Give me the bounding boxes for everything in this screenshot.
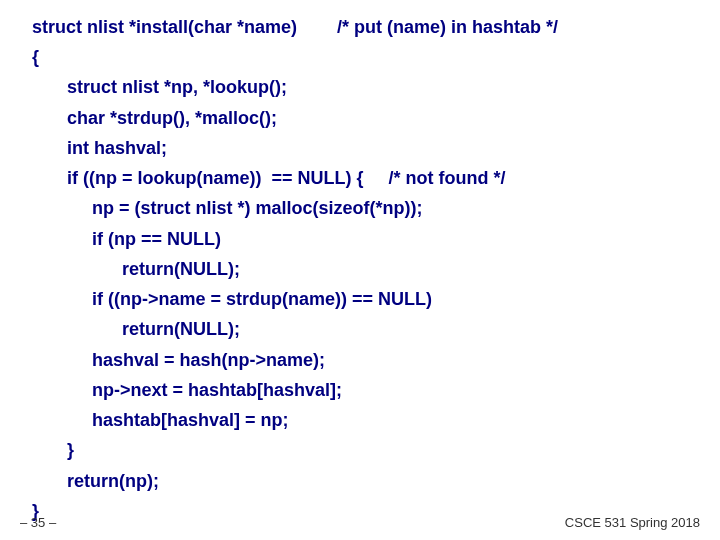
code-line: return(NULL); xyxy=(32,319,240,339)
course-label: CSCE 531 Spring 2018 xyxy=(565,515,700,530)
code-line: struct nlist *np, *lookup(); xyxy=(32,77,287,97)
code-line: return(np); xyxy=(32,471,159,491)
code-line: if ((np->name = strdup(name)) == NULL) xyxy=(32,289,432,309)
code-line: } xyxy=(32,440,74,460)
code-line: char *strdup(), *malloc(); xyxy=(32,108,277,128)
code-line: np->next = hashtab[hashval]; xyxy=(32,380,342,400)
code-block: struct nlist *install(char *name) /* put… xyxy=(32,12,558,526)
code-line: hashval = hash(np->name); xyxy=(32,350,325,370)
code-line: { xyxy=(32,47,39,67)
code-line: int hashval; xyxy=(32,138,167,158)
code-line: return(NULL); xyxy=(32,259,240,279)
code-line: if ((np = lookup(name)) == NULL) { /* no… xyxy=(32,168,505,188)
slide-number: – 35 – xyxy=(20,515,56,530)
code-line: struct nlist *install(char *name) /* put… xyxy=(32,17,558,37)
code-line: hashtab[hashval] = np; xyxy=(32,410,289,430)
code-line: if (np == NULL) xyxy=(32,229,221,249)
code-line: np = (struct nlist *) malloc(sizeof(*np)… xyxy=(32,198,423,218)
